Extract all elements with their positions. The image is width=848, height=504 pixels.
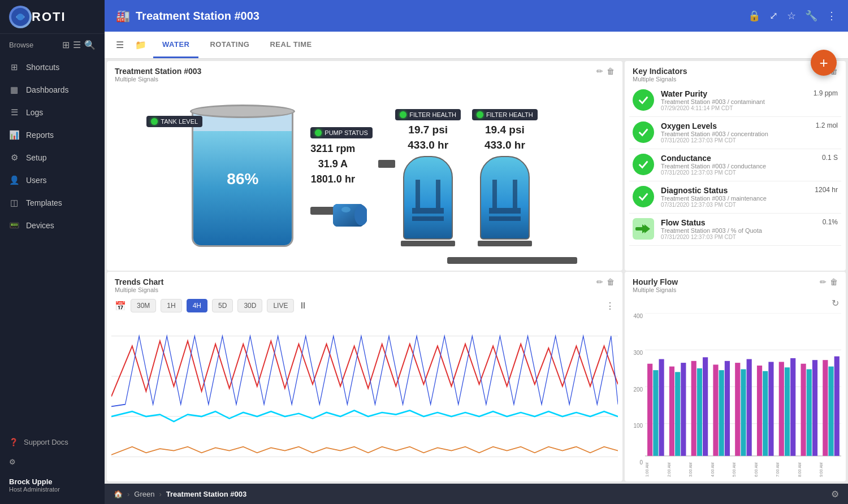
tab-rotating[interactable]: ROTATING bbox=[201, 32, 258, 58]
user-role: Host Administrator bbox=[9, 486, 96, 493]
browse-icons: ⊞ ☰ 🔍 bbox=[62, 40, 96, 50]
svg-rect-47 bbox=[681, 363, 686, 456]
station-edit-button[interactable]: ✏ bbox=[596, 67, 603, 76]
sidebar-item-support-docs[interactable]: ❓ Support Docs bbox=[0, 432, 105, 452]
tab-icon-folder[interactable]: 📁 bbox=[131, 35, 151, 55]
svg-rect-64 bbox=[807, 370, 812, 456]
svg-rect-48 bbox=[691, 361, 696, 456]
svg-point-6 bbox=[341, 207, 351, 212]
hf-panel-subtitle: Multiple Signals bbox=[633, 286, 678, 293]
station-icon: 🏭 bbox=[116, 9, 130, 23]
hf-x-label-1: 1:00 AM CDT bbox=[645, 462, 667, 477]
trend-controls: 📅 30M 1H 4H 5D 30D LIVE ⏸ ⋮ bbox=[107, 296, 622, 316]
sidebar-item-label: Setup bbox=[26, 153, 47, 162]
svg-rect-67 bbox=[829, 367, 834, 456]
list-view-button[interactable]: ☰ bbox=[73, 40, 81, 50]
grid-view-button[interactable]: ⊞ bbox=[62, 40, 70, 50]
sidebar-item-label: Reports bbox=[26, 131, 54, 140]
tab-icon-list[interactable]: ☰ bbox=[111, 35, 128, 55]
station-delete-button[interactable]: 🗑 bbox=[607, 67, 615, 76]
svg-rect-45 bbox=[669, 367, 674, 456]
hf-y-label-0: 0 bbox=[640, 459, 643, 466]
settings-icon-area[interactable]: ⚙ bbox=[0, 452, 105, 472]
hf-y-label-100: 100 bbox=[633, 423, 643, 429]
trends-delete-button[interactable]: 🗑 bbox=[607, 277, 615, 286]
browse-area: Browse ⊞ ☰ 🔍 bbox=[0, 34, 105, 56]
ki-value-3: 1204 hr bbox=[807, 186, 838, 194]
svg-rect-59 bbox=[768, 362, 773, 455]
tank-value: 86% bbox=[227, 170, 258, 188]
ki-name-4: Flow Status bbox=[661, 218, 801, 227]
ki-date-3: 07/31/2020 12:37:03 PM CDT bbox=[661, 202, 801, 208]
support-docs-icon: ❓ bbox=[9, 438, 18, 446]
ki-path-0: Treatment Station #003 / contaminant bbox=[661, 98, 801, 105]
trend-4h-button[interactable]: 4H bbox=[187, 299, 207, 312]
hf-edit-button[interactable]: ✏ bbox=[820, 277, 827, 286]
sidebar-item-shortcuts[interactable]: ⊞ Shortcuts bbox=[0, 56, 105, 79]
sidebar-item-templates[interactable]: ◫ Templates bbox=[0, 192, 105, 214]
fullscreen-button[interactable]: ⤢ bbox=[769, 10, 778, 22]
sidebar-item-logs[interactable]: ☰ Logs bbox=[0, 101, 105, 124]
trend-pause-button[interactable]: ⏸ bbox=[298, 301, 308, 311]
star-button[interactable]: ☆ bbox=[787, 10, 796, 22]
svg-rect-12 bbox=[513, 180, 517, 208]
svg-rect-68 bbox=[834, 357, 840, 456]
settings-icon: ⚙ bbox=[9, 458, 16, 466]
trend-calendar-button[interactable]: 📅 bbox=[115, 301, 126, 311]
trend-30d-button[interactable]: 30D bbox=[237, 299, 262, 312]
svg-rect-11 bbox=[492, 180, 497, 208]
content-row-2: Trends Chart Multiple Signals ✏ 🗑 📅 30M … bbox=[107, 272, 846, 481]
breadcrumb-settings-button[interactable]: ⚙ bbox=[831, 489, 839, 499]
tank-level-label: TANK LEVEL bbox=[161, 118, 198, 125]
filter1-label: FILTER HEALTH bbox=[409, 111, 456, 118]
topbar: 🏭 Treatment Station #003 🔒 ⤢ ☆ 🔧 ⋮ bbox=[105, 0, 848, 32]
hf-x-label-9: 9:00 AM CDT bbox=[819, 462, 841, 477]
lock-button[interactable]: 🔒 bbox=[748, 10, 760, 22]
sidebar-item-dashboards[interactable]: ▦ Dashboards bbox=[0, 79, 105, 101]
svg-rect-44 bbox=[659, 359, 664, 456]
trends-edit-button[interactable]: ✏ bbox=[596, 277, 603, 286]
station-visual: TANK LEVEL 86% bbox=[107, 85, 622, 271]
svg-rect-63 bbox=[801, 364, 806, 456]
trend-5d-button[interactable]: 5D bbox=[212, 299, 233, 312]
sidebar-item-users[interactable]: 👤 Users bbox=[0, 169, 105, 192]
ki-date-1: 07/31/2020 12:37:03 PM CDT bbox=[661, 137, 801, 144]
svg-rect-7 bbox=[416, 180, 420, 208]
logs-icon: ☰ bbox=[9, 107, 19, 118]
ki-info-4: Flow Status Treatment Station #003 / % o… bbox=[661, 218, 801, 240]
sidebar-item-label: Dashboards bbox=[26, 85, 69, 94]
home-icon[interactable]: 🏠 bbox=[114, 490, 123, 498]
sidebar-item-setup[interactable]: ⚙ Setup bbox=[0, 146, 105, 169]
tab-water[interactable]: WATER bbox=[153, 32, 198, 58]
sidebar-item-devices[interactable]: 📟 Devices bbox=[0, 214, 105, 237]
users-icon: 👤 bbox=[9, 175, 19, 185]
breadcrumb-green[interactable]: Green bbox=[134, 490, 154, 498]
content-area: Treatment Station #003 Multiple Signals … bbox=[105, 59, 848, 484]
sidebar-item-reports[interactable]: 📊 Reports bbox=[0, 124, 105, 146]
breadcrumb-current: Treatment Station #003 bbox=[166, 490, 246, 498]
svg-rect-10 bbox=[412, 216, 444, 221]
trend-1h-button[interactable]: 1H bbox=[161, 299, 181, 312]
tab-realtime[interactable]: REAL TIME bbox=[261, 32, 321, 58]
more-button[interactable]: ⋮ bbox=[827, 10, 837, 22]
svg-rect-62 bbox=[790, 358, 795, 456]
sidebar-item-label: Templates bbox=[26, 198, 62, 207]
trend-live-button[interactable]: LIVE bbox=[267, 299, 294, 312]
filter1-psi: 19.7 psi bbox=[408, 123, 448, 138]
hf-delete-button[interactable]: 🗑 bbox=[830, 277, 838, 286]
svg-rect-9 bbox=[412, 208, 444, 214]
ki-name-3: Diagnostic Status bbox=[661, 186, 801, 195]
tools-button[interactable]: 🔧 bbox=[805, 10, 817, 22]
ki-path-1: Treatment Station #003 / concentration bbox=[661, 131, 801, 137]
shortcuts-icon: ⊞ bbox=[9, 62, 19, 72]
add-fab-button[interactable]: + bbox=[811, 50, 837, 76]
hf-panel-actions: ✏ 🗑 bbox=[820, 277, 838, 286]
search-button[interactable]: 🔍 bbox=[84, 40, 96, 50]
trend-30m-button[interactable]: 30M bbox=[131, 299, 156, 312]
pump-hours: 1801.0 hr bbox=[310, 172, 355, 187]
trend-more-button[interactable]: ⋮ bbox=[605, 301, 615, 311]
station-panel-title: Treatment Station #003 bbox=[115, 67, 201, 76]
ki-icon-3 bbox=[633, 186, 655, 208]
hf-x-label-7: 7:00 AM CDT bbox=[776, 462, 798, 477]
hf-refresh-button[interactable]: ↻ bbox=[832, 298, 839, 309]
